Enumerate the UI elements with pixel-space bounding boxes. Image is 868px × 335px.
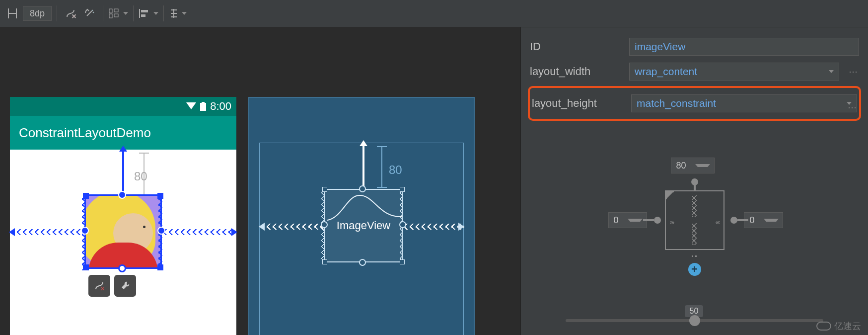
- attr-row-height: layout_height match_constraint: [532, 91, 857, 116]
- left-margin-value: 0: [609, 215, 624, 226]
- attr-height-label: layout_height: [532, 97, 626, 110]
- attr-height-value: match_constraint: [637, 97, 716, 109]
- bp-content-curve-icon: [327, 193, 402, 223]
- attr-width-dropdown[interactable]: wrap_content: [629, 63, 839, 81]
- app-title: ConstraintLayoutDemo: [19, 125, 151, 141]
- more-options-icon[interactable]: ⋯: [846, 102, 858, 113]
- cloud-icon: [816, 322, 831, 331]
- toolbar: ✕: [0, 0, 868, 27]
- svg-rect-3: [109, 9, 112, 13]
- svg-rect-10: [202, 102, 205, 103]
- guidelines-dropdown[interactable]: [169, 8, 187, 19]
- bp-top-constraint-arrow: [362, 145, 364, 189]
- right-margin-box[interactable]: 0: [744, 212, 783, 228]
- attributes-panel: ID layout_width wrap_content ⋯ layout_he…: [520, 27, 868, 335]
- right-spring-constraint: [163, 229, 234, 235]
- width-mode-right-icon[interactable]: ‹‹‹: [716, 218, 720, 226]
- default-margin-input[interactable]: [23, 6, 52, 21]
- chevron-down-icon: [829, 70, 834, 73]
- svg-rect-6: [114, 14, 118, 17]
- left-arrow-icon: [9, 228, 15, 236]
- left-margin-box[interactable]: 0: [608, 212, 647, 228]
- attr-width-value: wrap_content: [635, 66, 697, 78]
- more-options-icon[interactable]: ⋯: [847, 66, 859, 77]
- constraint-widget[interactable]: 80 ››› ‹‹‹ 0 0 +: [590, 161, 799, 300]
- blueprint-preview: 80 ImageView: [248, 97, 475, 335]
- divider: [133, 5, 134, 21]
- sample-avatar-image: [86, 196, 160, 267]
- attr-id-label: ID: [530, 40, 624, 53]
- svg-point-2: [93, 12, 94, 13]
- status-bar: 8:00: [10, 97, 236, 116]
- bp-margin-guide-icon: [377, 146, 387, 188]
- left-spring-constraint: [11, 229, 84, 235]
- infer-constraints-icon[interactable]: [81, 5, 98, 22]
- right-anchor-dot[interactable]: [730, 217, 737, 224]
- bp-right-spring: [404, 224, 464, 230]
- spring-bottom-icon: [692, 223, 699, 245]
- clear-constraints-icon[interactable]: ✕: [62, 5, 79, 22]
- blueprint-root: 80 ImageView: [259, 143, 464, 335]
- align-dropdown[interactable]: [139, 8, 158, 19]
- clock-text: 8:00: [210, 100, 231, 113]
- width-mode-left-icon[interactable]: ›››: [670, 218, 674, 226]
- battery-icon: [200, 102, 206, 111]
- top-margin-value: 80: [671, 161, 691, 171]
- slider-thumb[interactable]: [689, 315, 700, 326]
- tools-button[interactable]: [114, 275, 136, 297]
- watermark: 亿速云: [816, 320, 861, 332]
- svg-rect-7: [141, 10, 148, 12]
- margin-icon: [4, 5, 21, 22]
- bp-right-arrow-icon: [458, 223, 464, 231]
- divider: [57, 5, 57, 21]
- bp-left-arrow-icon: [259, 223, 265, 231]
- svg-point-1: [92, 10, 93, 11]
- design-surface[interactable]: 8:00 ConstraintLayoutDemo 80: [0, 27, 520, 335]
- horizontal-bias-slider[interactable]: 50: [566, 319, 823, 322]
- toggle-constraints-button[interactable]: ✕: [88, 275, 110, 297]
- selected-imageview[interactable]: [84, 194, 162, 269]
- attr-height-dropdown[interactable]: match_constraint: [631, 94, 857, 112]
- attr-row-height-highlighted: layout_height match_constraint: [528, 86, 861, 121]
- attr-width-label: layout_width: [530, 65, 624, 78]
- svg-text:✕: ✕: [72, 13, 76, 19]
- svg-text:✕: ✕: [100, 286, 105, 291]
- svg-rect-9: [200, 103, 206, 111]
- bp-imageview-box[interactable]: ImageView: [324, 189, 403, 262]
- top-constraint-arrow: [122, 151, 124, 195]
- device-preview: 8:00 ConstraintLayoutDemo 80: [10, 97, 236, 335]
- top-margin-label: 80: [134, 169, 147, 183]
- top-margin-box[interactable]: 80: [671, 158, 715, 173]
- svg-rect-5: [114, 9, 118, 12]
- right-arrow-icon: [231, 228, 237, 236]
- bp-left-spring: [261, 224, 324, 230]
- bp-top-margin-label: 80: [389, 163, 402, 177]
- left-anchor-dot[interactable]: [654, 217, 661, 224]
- divider: [103, 5, 103, 21]
- watermark-text: 亿速云: [834, 320, 861, 332]
- spring-top-icon: [692, 195, 699, 217]
- attr-row-width: layout_width wrap_content ⋯: [530, 59, 859, 84]
- svg-rect-4: [109, 14, 112, 18]
- pack-dropdown[interactable]: [108, 8, 128, 19]
- divider: [163, 5, 164, 21]
- constraint-box: ››› ‹‹‹: [665, 190, 724, 250]
- wifi-icon: [186, 102, 196, 110]
- attr-id-input[interactable]: [629, 38, 859, 56]
- add-bottom-constraint-button[interactable]: +: [688, 263, 701, 276]
- svg-rect-8: [141, 14, 145, 17]
- app-bar: ConstraintLayoutDemo: [10, 116, 236, 150]
- attr-row-id: ID: [530, 34, 859, 59]
